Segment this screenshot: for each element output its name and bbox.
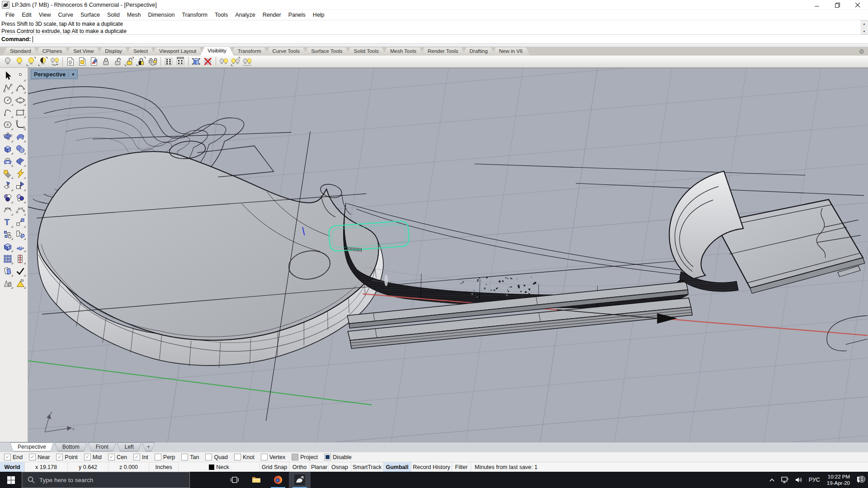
- isolate-bulb-pair-icon[interactable]: [218, 56, 230, 67]
- surface-corner-points-icon[interactable]: [1, 131, 14, 143]
- osnap-toggle-end[interactable]: ✓End: [4, 454, 23, 460]
- viewport-tab-left[interactable]: Left: [117, 442, 142, 451]
- toolbar-tab-select[interactable]: Select: [126, 47, 155, 56]
- select-by-volume-cylinder-icon[interactable]: [190, 56, 202, 67]
- osnap-toggle-tan[interactable]: Tan: [181, 454, 199, 460]
- status-cell-neck[interactable]: Neck: [179, 462, 260, 472]
- toolbar-tab-new-in-v6[interactable]: New in V6: [492, 47, 530, 56]
- single-point-icon[interactable]: [14, 70, 26, 82]
- command-history-scrollbar[interactable]: ▲ ▼: [861, 20, 868, 34]
- trim-icon[interactable]: [1, 180, 14, 192]
- taskbar-rhino-button[interactable]: 6: [289, 472, 311, 488]
- check-objects-icon[interactable]: [14, 265, 26, 277]
- osnap-toggle-disable[interactable]: Disable: [324, 454, 352, 460]
- cancel-selection-x-icon[interactable]: [202, 56, 214, 67]
- scroll-down-icon[interactable]: ▼: [861, 28, 868, 34]
- viewport-title-dropdown[interactable]: Perspective ▼: [31, 70, 78, 79]
- invert-locked-icon[interactable]: [147, 56, 159, 67]
- select-control-points-grid-icon[interactable]: [175, 56, 186, 67]
- restore-button[interactable]: [827, 0, 848, 10]
- toolbar-tab-curve-tools[interactable]: Curve Tools: [265, 47, 307, 56]
- toolbar-tab-mesh-tools[interactable]: Mesh Tools: [383, 47, 424, 56]
- checkbox-int[interactable]: ✓: [133, 454, 140, 460]
- osnap-toggle-int[interactable]: ✓Int: [133, 454, 148, 460]
- swap-hidden-bulb-icon[interactable]: [37, 56, 49, 67]
- perspective-viewport[interactable]: x y: [28, 68, 868, 442]
- orient-on-surface-icon[interactable]: [14, 229, 26, 240]
- checkbox-near[interactable]: ✓: [29, 454, 36, 460]
- swap-locked-icon[interactable]: [135, 56, 147, 67]
- unisolate-bulb-pair-icon[interactable]: [230, 56, 241, 67]
- rectangle-icon[interactable]: [14, 107, 26, 118]
- boolean-cube-icon[interactable]: [1, 241, 14, 253]
- clock[interactable]: 10:22 PM 19-Apr-20: [823, 474, 854, 486]
- chevron-down-icon[interactable]: ▼: [68, 72, 77, 77]
- osnap-toggle-quad[interactable]: Quad: [205, 454, 228, 460]
- toolbar-tab-visibility[interactable]: Visibility: [200, 47, 233, 56]
- start-button[interactable]: [0, 472, 22, 488]
- status-cell-y-0-642[interactable]: y 0.642: [68, 462, 108, 472]
- close-button[interactable]: [848, 0, 868, 10]
- menu-item-view[interactable]: View: [35, 10, 55, 19]
- group-circles-icon[interactable]: [14, 192, 26, 204]
- checkbox-cen[interactable]: ✓: [108, 454, 115, 460]
- checkbox-vertex[interactable]: [261, 454, 268, 460]
- osnap-toggle-near[interactable]: ✓Near: [29, 454, 50, 460]
- osnap-toggle-project[interactable]: Project: [292, 454, 318, 460]
- circle-center-radius-icon[interactable]: [1, 94, 14, 106]
- toolbar-tab-viewport-layout[interactable]: Viewport Layout: [152, 47, 203, 56]
- taskbar-firefox-button[interactable]: [267, 472, 289, 488]
- search-input[interactable]: Type here to search: [22, 472, 190, 488]
- status-cell-z-0-000[interactable]: z 0.000: [108, 462, 149, 472]
- unlock-objects-icon[interactable]: [112, 56, 123, 67]
- extrude-surface-icon[interactable]: [14, 241, 26, 253]
- surface-from-curves-icon[interactable]: [14, 131, 26, 143]
- polyline-icon[interactable]: [1, 82, 14, 94]
- viewport-tab-perspective[interactable]: Perspective: [10, 442, 54, 451]
- action-center-button[interactable]: 1: [854, 476, 868, 483]
- viewport-tab-front[interactable]: Front: [88, 442, 116, 451]
- checkbox-perp[interactable]: [155, 454, 161, 460]
- speaker-icon[interactable]: [792, 477, 806, 483]
- checkbox-point[interactable]: ✓: [56, 454, 63, 460]
- osnap-toggle-knot[interactable]: Knot: [234, 454, 255, 460]
- menu-item-curve[interactable]: Curve: [55, 10, 77, 19]
- status-cell-osnap[interactable]: Osnap: [329, 462, 351, 472]
- ellipse-icon[interactable]: [14, 94, 26, 106]
- split-isocurve-icon[interactable]: [14, 253, 26, 265]
- menu-item-edit[interactable]: Edit: [18, 10, 35, 19]
- hide-in-detail-page-icon[interactable]: [65, 56, 76, 67]
- status-cell-ortho[interactable]: Ortho: [289, 462, 310, 472]
- menu-item-transform[interactable]: Transform: [178, 10, 211, 19]
- toolbar-tab-set-view[interactable]: Set View: [66, 47, 101, 56]
- torus-icon[interactable]: [1, 155, 14, 167]
- status-cell-planar[interactable]: Planar: [310, 462, 329, 472]
- checkbox-tan[interactable]: [181, 454, 188, 460]
- taskbar-task-view-button[interactable]: [224, 472, 245, 488]
- status-cell-world[interactable]: World: [0, 462, 25, 472]
- mesh-plane-icon[interactable]: [14, 155, 26, 167]
- isolate-lock-bulb-pair-icon[interactable]: [241, 56, 253, 67]
- show-selected-bulb-icon[interactable]: [25, 56, 37, 67]
- scroll-up-icon[interactable]: ▲: [861, 20, 868, 27]
- checkbox-quad[interactable]: [205, 454, 212, 460]
- hide-objects-bulb-icon[interactable]: [2, 56, 14, 67]
- rebuild-curve-icon[interactable]: [14, 204, 26, 216]
- select-arrow-icon[interactable]: [1, 70, 14, 82]
- sphere-icon[interactable]: [14, 143, 26, 155]
- network-icon[interactable]: [778, 477, 792, 483]
- status-cell-smarttrack[interactable]: SmartTrack: [351, 462, 383, 472]
- join-circles-icon[interactable]: [1, 192, 14, 204]
- curve-interpolate-icon[interactable]: [14, 82, 26, 94]
- move-copy-icon[interactable]: [14, 216, 26, 228]
- menu-item-panels[interactable]: Panels: [285, 10, 309, 19]
- box-icon[interactable]: [1, 143, 14, 155]
- show-in-detail-page-icon[interactable]: [76, 56, 88, 67]
- offset-surface-icon[interactable]: [1, 265, 14, 277]
- show-objects-bulb-icon[interactable]: [14, 56, 25, 67]
- pyramid-hand-icon[interactable]: [14, 277, 26, 289]
- minimize-button[interactable]: [807, 0, 827, 10]
- gear-explode-icon[interactable]: [1, 168, 14, 179]
- menu-item-file[interactable]: File: [2, 10, 18, 19]
- menu-item-mesh[interactable]: Mesh: [123, 10, 145, 19]
